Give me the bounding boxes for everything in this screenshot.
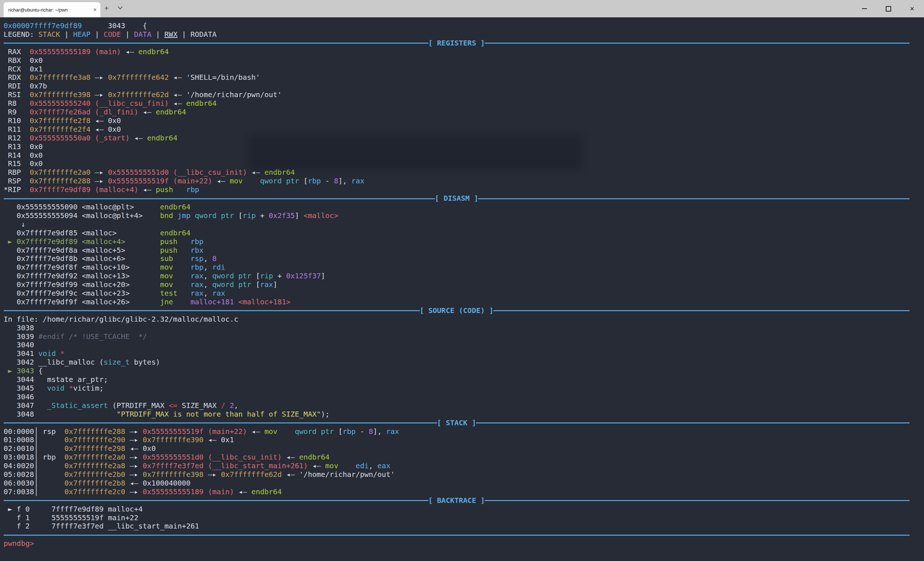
separator-line	[4, 198, 435, 199]
terminal-line: 0x7ffff7e9df8b <malloc+6> sub rsp, 8	[4, 255, 924, 263]
terminal-line: 0x7ffff7e9df8f <malloc+10> mov rbp, rdi	[4, 263, 924, 272]
terminal-line: R12 0x5555555550a0 (_start) ◂— endbr64	[4, 134, 924, 142]
terminal-line: 0x7ffff7e9df85 <malloc> endbr64	[4, 229, 924, 237]
minimize-icon	[862, 8, 867, 9]
terminal-line: RBP 0x7fffffffe2a0 —▸ 0x5555555551d0 (__…	[4, 168, 924, 177]
terminal-line: 3042 __libc_malloc (size_t bytes)	[4, 358, 924, 367]
terminal-line: RCX 0x1	[4, 65, 924, 74]
terminal-line: 03:0018│ rbp 0x7fffffffe2a0 —▸ 0x5555555…	[4, 453, 924, 462]
terminal-screen[interactable]: 0x00007ffff7e9df89 3043 {LEGEND: STACK |…	[0, 17, 924, 561]
minimize-button[interactable]	[852, 0, 876, 17]
terminal-line: 3044 mstate ar_ptr;	[4, 375, 924, 384]
window-controls: ✕	[852, 0, 924, 17]
terminal-line: 3040	[4, 341, 924, 350]
restore-button[interactable]	[876, 0, 900, 17]
terminal-line: 00:0000│ rsp 0x7fffffffe288 —▸ 0x5555555…	[4, 428, 924, 436]
terminal-line: In file: /home/richar/glibc/glibc-2.32/m…	[4, 315, 924, 324]
close-button[interactable]: ✕	[900, 0, 924, 17]
terminal-line: R14 0x0	[4, 151, 924, 160]
terminal-line: 02:0010│ 0x7fffffffe298 ◂— 0x0	[4, 444, 924, 453]
section-header-registers: [ REGISTERS ]	[4, 39, 910, 48]
section-header-backtrace: [ BACKTRACE ]	[4, 496, 910, 505]
terminal-line: 0x7ffff7e9df9c <malloc+23> test rax, rax	[4, 289, 924, 298]
section-header-stack: [ STACK ]	[4, 419, 910, 428]
separator-line	[485, 500, 910, 501]
terminal-line: 01:0008│ 0x7fffffffe290 —▸ 0x7fffffffe39…	[4, 436, 924, 444]
separator-line	[4, 43, 428, 44]
terminal-line: 3048 "PTRDIFF_MAX is not more than half …	[4, 410, 924, 419]
section-header-source-code: [ SOURCE (CODE) ]	[4, 306, 910, 315]
separator-line	[494, 310, 910, 311]
terminal-line: RBX 0x0	[4, 56, 924, 65]
terminal-line: 3047 _Static_assert (PTRDIFF_MAX <= SIZE…	[4, 401, 924, 410]
section-header-label: [ BACKTRACE ]	[428, 496, 485, 505]
new-tab-button[interactable]: +	[104, 3, 109, 14]
section-header-label: [ REGISTERS ]	[428, 39, 485, 48]
terminal-line: 3046	[4, 393, 924, 401]
tab-title: richar@ubuntu-richar: ~/pwn	[8, 7, 93, 13]
window-titlebar: richar@ubuntu-richar: ~/pwn ✕ + ✕	[0, 0, 924, 17]
terminal-line: 3038	[4, 324, 924, 333]
terminal-line: 0x555555555094 <malloc@plt+4> bnd jmp qw…	[4, 212, 924, 220]
terminal-line: f 1 55555555519f main+22	[4, 514, 924, 522]
terminal-line: ► 0x7ffff7e9df89 <malloc+4> push rbp	[4, 237, 924, 246]
tab-dropdown-icon[interactable]	[118, 6, 123, 9]
terminal-line: 3045 void *victim;	[4, 384, 924, 393]
section-header-label: [ STACK ]	[437, 419, 476, 428]
terminal-line: 0x00007ffff7e9df89 3043 {	[4, 22, 924, 30]
restore-icon	[886, 6, 891, 12]
terminal-line: ↓	[4, 220, 924, 229]
separator-line	[485, 43, 910, 44]
terminal-window: richar@ubuntu-richar: ~/pwn ✕ + ✕ 0x0000…	[0, 0, 924, 561]
separator-line	[476, 422, 910, 423]
terminal-line: 3041 void *	[4, 350, 924, 358]
terminal-line: LEGEND: STACK | HEAP | CODE | DATA | RWX…	[4, 30, 924, 39]
terminal-line: f 2 7ffff7e3f7ed __libc_start_main+261	[4, 522, 924, 531]
terminal-line: 3039 #endif /* !USE_TCACHE */	[4, 333, 924, 341]
terminal-line: RDX 0x7fffffffe3a8 —▸ 0x7fffffffe642 ◂— …	[4, 73, 924, 82]
terminal-line: 0x7ffff7e9df9f <malloc+26> jne malloc+18…	[4, 298, 924, 306]
separator-line	[4, 500, 428, 501]
terminal-line: R11 0x7fffffffe2f4 ◂— 0x0	[4, 125, 924, 134]
terminal-line: RAX 0x555555555189 (main) ◂— endbr64	[4, 48, 924, 56]
terminal-line: 06:0030│ 0x7fffffffe2b8 ◂— 0x100040000	[4, 479, 924, 488]
terminal-line: RSP 0x7fffffffe288 —▸ 0x55555555519f (ma…	[4, 177, 924, 186]
separator-line	[4, 535, 910, 536]
terminal-tab[interactable]: richar@ubuntu-richar: ~/pwn ✕	[4, 2, 100, 17]
terminal-line: RSI 0x7fffffffe398 —▸ 0x7fffffffe62d ◂— …	[4, 91, 924, 99]
section-separator	[4, 531, 910, 539]
terminal-line: R10 0x7fffffffe2f8 ◂— 0x0	[4, 117, 924, 125]
terminal-line: 0x7ffff7e9df99 <malloc+20> mov rax, qwor…	[4, 280, 924, 289]
terminal-line: *RIP 0x7ffff7e9df89 (malloc+4) ◂— push r…	[4, 186, 924, 194]
terminal-line: 0x555555555090 <malloc@plt> endbr64	[4, 203, 924, 212]
tab-close-icon[interactable]: ✕	[93, 7, 97, 12]
terminal-line: 0x7ffff7e9df92 <malloc+13> mov rax, qwor…	[4, 272, 924, 280]
terminal-line: 07:0038│ 0x7fffffffe2c0 —▸ 0x55555555518…	[4, 488, 924, 496]
terminal-line: 05:0028│ 0x7fffffffe2b0 —▸ 0x7fffffffe39…	[4, 470, 924, 479]
separator-line	[4, 422, 437, 423]
terminal-line: ► f 0 7ffff7e9df89 malloc+4	[4, 505, 924, 514]
terminal-line: 0x7ffff7e9df8a <malloc+5> push rbx	[4, 246, 924, 255]
section-header-label: [ DISASM ]	[435, 194, 478, 203]
separator-line	[478, 198, 910, 199]
section-header-disasm: [ DISASM ]	[4, 194, 910, 203]
prompt-line: pwndbg>	[4, 539, 924, 548]
terminal-line: R8 0x555555555240 (__libc_csu_fini) ◂— e…	[4, 99, 924, 108]
terminal-line: 04:0020│ 0x7fffffffe2a8 —▸ 0x7ffff7e3f7e…	[4, 462, 924, 470]
terminal-line: R13 0x0	[4, 142, 924, 151]
separator-line	[4, 310, 420, 311]
terminal-line: R9 0x7ffff7fe26ad (_dl_fini) ◂— endbr64	[4, 108, 924, 117]
terminal-line: RDI 0x7b	[4, 82, 924, 91]
section-header-label: [ SOURCE (CODE) ]	[420, 306, 494, 315]
terminal-line: R15 0x0	[4, 160, 924, 168]
terminal-line: ► 3043 {	[4, 367, 924, 375]
